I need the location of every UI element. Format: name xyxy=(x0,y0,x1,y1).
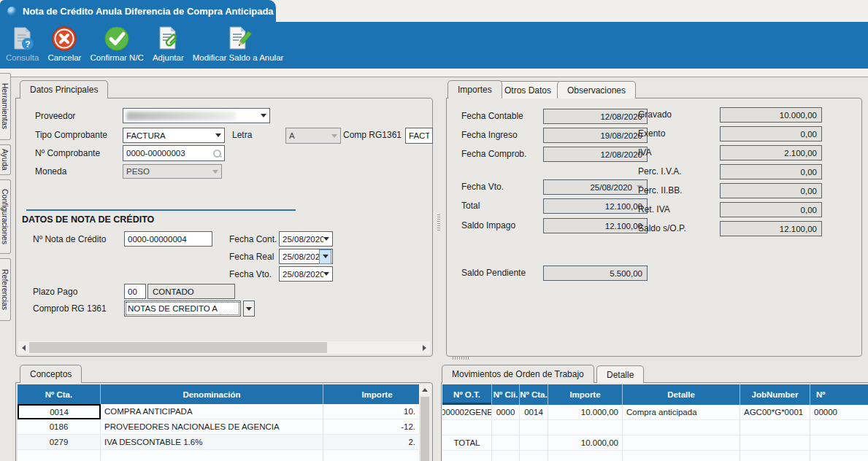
nro-comprobante-field[interactable]: 0000-00000003 xyxy=(123,145,225,161)
cell-cta[interactable]: 0014 xyxy=(520,405,548,420)
table-row[interactable]: 0279 IVA DESCONTABLE 1.6% 2. xyxy=(18,435,431,450)
fecha-real-dropdown-button[interactable] xyxy=(319,249,331,264)
iva-label: IVA xyxy=(638,147,651,158)
nro-comprobante-label: Nº Comprobante xyxy=(35,148,100,158)
total-label: Total xyxy=(461,201,480,211)
horizontal-splitter-grip[interactable] xyxy=(453,357,469,360)
comprob-rg-dropdown-button[interactable] xyxy=(243,301,255,317)
fecha-vto-combo[interactable]: 25/08/2020 xyxy=(279,266,333,282)
tab-importes[interactable]: Importes xyxy=(448,80,502,98)
col-header-importe[interactable]: Importe xyxy=(323,384,431,404)
proveedor-combo[interactable] xyxy=(123,108,270,123)
fecha-vto-value: 25/08/2020 xyxy=(283,270,323,279)
total-field: 12.100,00 xyxy=(543,198,648,214)
nro-nc-field[interactable] xyxy=(124,231,212,247)
cell-empty xyxy=(740,435,810,451)
conceptos-vertical-scrollbar[interactable] xyxy=(419,384,431,461)
window-title-tab[interactable]: Nota de Crédito Anula Diferencia de Comp… xyxy=(0,0,276,22)
col-header-detalle[interactable]: Detalle xyxy=(623,384,740,405)
fecha-vto-ro-field: 25/08/2020 xyxy=(543,179,648,195)
fecha-ingreso-field: 19/08/2020 xyxy=(543,128,648,143)
scroll-up-button[interactable] xyxy=(419,384,431,395)
perc-iibb-label: Perc. II.BB. xyxy=(638,185,683,195)
cell-importe[interactable]: 10. xyxy=(323,404,431,419)
arrow-up-icon xyxy=(422,388,428,392)
tab-movimientos-ot[interactable]: Movimientos de Orden de Trabajo xyxy=(442,365,594,383)
col-header-importe2[interactable]: Importe xyxy=(548,384,623,405)
perc-iva-value: 0,00 xyxy=(801,168,817,177)
table-row[interactable]: 000002GENE 0000 0014 10.000,00 Compra an… xyxy=(442,405,868,420)
tab-datos-principales[interactable]: Datos Principales xyxy=(20,80,108,98)
fecha-cont-combo[interactable]: 25/08/2020 xyxy=(279,231,333,247)
horizontal-scrollbar[interactable] xyxy=(18,341,430,354)
col-header-denominacion[interactable]: Denominación xyxy=(101,384,323,404)
importes-box: Fecha Contable 12/08/2020 Fecha Ingreso … xyxy=(446,98,862,357)
letra-combo[interactable]: A xyxy=(285,128,341,144)
tipo-comprobante-combo[interactable]: FACTURA xyxy=(123,128,225,143)
app-window: Nota de Crédito Anula Diferencia de Comp… xyxy=(0,0,868,461)
cell-jobnumber[interactable]: AGC00*G*0001 xyxy=(740,405,810,420)
col-header-jobnumber[interactable]: JobNumber xyxy=(740,384,810,405)
cell-denominacion[interactable]: COMPRA ANTICIPADA xyxy=(101,404,323,419)
cell-empty xyxy=(520,451,548,461)
sidebar-item-ayuda[interactable]: Ayuda xyxy=(0,144,11,175)
cell-detalle[interactable]: Compra anticipada xyxy=(623,405,740,420)
saldo-impago-label: Saldo Impago xyxy=(461,220,515,230)
datos-principales-panel: Datos Principales Proveedor Tipo Comprob… xyxy=(15,80,433,357)
cell-importe[interactable]: 2. xyxy=(323,435,431,450)
movimientos-tab-label: Movimientos de Orden de Trabajo xyxy=(452,369,584,379)
cell-denominacion[interactable]: IVA DESCONTABLE 1.6% xyxy=(101,435,323,450)
sidebar-item-referencias[interactable]: Referencias xyxy=(0,258,11,321)
cell-cta[interactable]: 0279 xyxy=(18,435,101,450)
cell-nro[interactable]: 00000 xyxy=(810,405,868,420)
conceptos-panel: Conceptos Nº Cta. Denominación Importe 0… xyxy=(15,365,433,461)
tab-observaciones[interactable]: Observaciones xyxy=(557,81,636,98)
table-row[interactable]: 0186 PROVEEDORES NACIONALES DE AGENCIA -… xyxy=(18,419,431,435)
cancelar-button[interactable]: Cancelar xyxy=(47,24,81,62)
cell-cta[interactable]: 0186 xyxy=(18,419,101,435)
cell-importe[interactable]: -12. xyxy=(323,419,431,435)
modificar-saldo-button[interactable]: Modificar Saldo a Anular xyxy=(193,24,284,62)
consulta-button[interactable]: ? Consulta xyxy=(6,24,39,62)
sidebar-item-herramientas[interactable]: Herramientas xyxy=(0,73,11,140)
cell-empty xyxy=(810,435,868,451)
exento-field: 0,00 xyxy=(720,126,822,142)
tipo-comprobante-value: FACTURA xyxy=(126,131,215,140)
cell-empty xyxy=(492,420,520,435)
comprob-rg-combo[interactable]: NOTAS DE CREDITO A xyxy=(124,301,241,317)
cell-ot[interactable]: 000002GENE xyxy=(442,405,492,420)
col-header-ot[interactable]: Nº O.T. xyxy=(442,384,492,405)
horizontal-scroll-thumb[interactable] xyxy=(29,342,327,353)
cell-empty xyxy=(492,435,520,451)
cell-cta-selected[interactable]: 0014 xyxy=(18,404,101,419)
cell-denominacion[interactable]: PROVEEDORES NACIONALES DE AGENCIA xyxy=(101,419,323,435)
table-row[interactable]: 0014 COMPRA ANTICIPADA 10. xyxy=(18,404,431,419)
tab-detalle[interactable]: Detalle xyxy=(596,365,644,383)
search-icon[interactable] xyxy=(213,150,221,158)
confirmar-nc-button[interactable]: Confirmar N/C xyxy=(90,24,143,62)
sidebar-item-configuraciones[interactable]: Configuraciones xyxy=(0,179,11,254)
svg-text:?: ? xyxy=(25,39,30,50)
col-header-nro[interactable]: Nº xyxy=(810,384,868,405)
col-header-cta[interactable]: Nº Cta. xyxy=(18,384,101,404)
tab-conceptos[interactable]: Conceptos xyxy=(20,365,82,383)
cell-empty xyxy=(623,435,740,451)
document-edit-icon xyxy=(223,24,253,53)
col-header-cta2[interactable]: Nº Cta. xyxy=(520,384,548,405)
cell-cli[interactable]: 0000 xyxy=(492,405,520,420)
cell-importe[interactable]: 10.000,00 xyxy=(548,405,623,420)
plazo-pago-code-field[interactable] xyxy=(124,284,146,299)
perc-iibb-value: 0,00 xyxy=(801,187,817,195)
vertical-splitter-grip[interactable] xyxy=(437,213,440,230)
col-header-cli[interactable]: Nº Cli. xyxy=(492,384,520,405)
vertical-scroll-thumb[interactable] xyxy=(420,397,429,461)
adjuntar-button[interactable]: Adjuntar xyxy=(153,24,184,62)
moneda-combo[interactable]: PESO xyxy=(123,164,222,179)
total-value: 12.100,00 xyxy=(605,202,642,211)
scroll-left-button[interactable] xyxy=(18,341,29,354)
scroll-right-button[interactable] xyxy=(419,341,430,354)
comp-rg1361-field[interactable] xyxy=(405,128,433,144)
fecha-real-combo[interactable]: 25/08/2020 xyxy=(279,249,333,264)
tab-otros-datos[interactable]: Otros Datos xyxy=(494,81,561,98)
cell-empty xyxy=(520,420,548,435)
